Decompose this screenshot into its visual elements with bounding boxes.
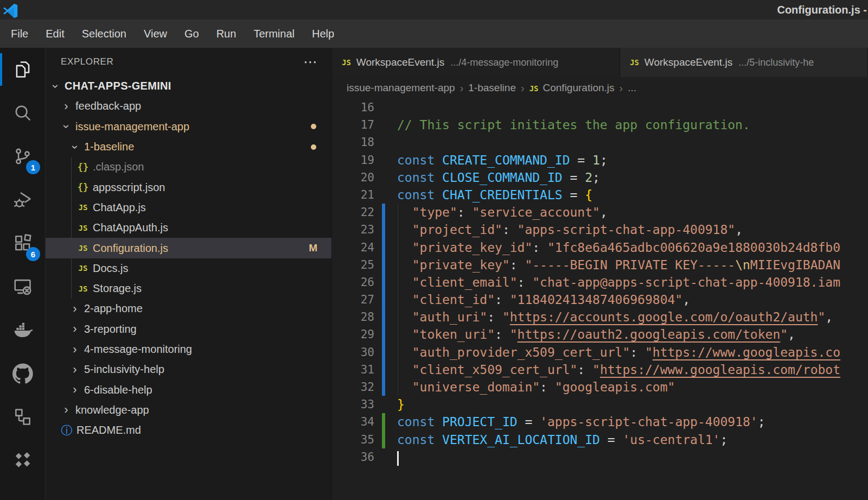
- js-icon: JS: [76, 224, 90, 232]
- line-number: 31: [332, 361, 374, 378]
- tree-row-2-app-home[interactable]: ›2-app-home: [46, 299, 331, 319]
- activity-item-remote-explorer[interactable]: [0, 265, 45, 308]
- code-line-36: 36: [332, 448, 868, 466]
- menu-item-file[interactable]: File: [2, 20, 37, 48]
- breadcrumb-label: issue-management-app: [347, 82, 455, 93]
- search-icon: [12, 103, 33, 123]
- tree-row-chat-apps-gemini[interactable]: ›CHAT-APPS-GEMINI: [46, 76, 331, 96]
- gutter: [382, 169, 385, 186]
- tree-row--clasp-json[interactable]: {}.clasp.json: [46, 157, 331, 177]
- activity-item-explorer[interactable]: [0, 48, 45, 91]
- token-op: :: [495, 327, 510, 341]
- files-icon: [12, 59, 33, 80]
- tree-item-label: Docs.js: [93, 262, 129, 275]
- activity-item-gemini[interactable]: [0, 439, 45, 482]
- code-text: "client_x509_cert_url": "https://www.goo…: [397, 361, 840, 378]
- token-op: [435, 188, 442, 202]
- token-op: =: [518, 415, 540, 429]
- tree-row-appsscript-json[interactable]: {}appsscript.json: [46, 177, 331, 197]
- token-url: https://oauth2.googleapis.com/token: [518, 327, 781, 341]
- menu-item-go[interactable]: Go: [176, 20, 208, 48]
- code-text: "client_email": "chat-app@apps-script-ch…: [397, 274, 840, 291]
- tab-label: WorkspaceEvent.js: [644, 56, 732, 68]
- code-area[interactable]: 1617// This script initiates the app con…: [332, 99, 868, 500]
- code-text: const VERTEX_AI_LOCATION_ID = 'us-centra…: [397, 431, 727, 448]
- line-number: 18: [332, 134, 374, 151]
- menu-item-view[interactable]: View: [135, 20, 176, 48]
- activity-item-docker[interactable]: [0, 308, 45, 352]
- tree-row-5-inclusivity-help[interactable]: ›5-inclusivity-help: [46, 359, 331, 379]
- menu-item-run[interactable]: Run: [208, 20, 245, 48]
- token-str: "private_key": [397, 258, 510, 272]
- breadcrumb-item-issue-management-app[interactable]: issue-management-app: [347, 82, 455, 94]
- token-op: :: [502, 223, 518, 237]
- tree-item-label: .clasp.json: [93, 161, 144, 173]
- tree-row-3-reporting[interactable]: ›3-reporting: [46, 319, 331, 339]
- tab-2[interactable]: JSWorkspaceEvent.js.../5-inclusivity-he: [620, 48, 868, 77]
- code-text: "private_key_id": "1fc8e6a465adbc006620a…: [397, 239, 840, 256]
- code-line-16: 16: [332, 99, 868, 116]
- gutter-added-indicator: [382, 431, 385, 448]
- token-str: "googleapis.com": [555, 380, 675, 394]
- tab-1[interactable]: JSWorkspaceEvent.js.../4-message-monitor…: [332, 48, 620, 77]
- menu-item-terminal[interactable]: Terminal: [245, 20, 303, 48]
- tree-row-issue-management-app[interactable]: ›issue-management-app: [46, 117, 331, 137]
- code-text: "auth_provider_x509_cert_url": "https://…: [397, 344, 840, 361]
- tree-row-docs-js[interactable]: JSDocs.js: [46, 258, 331, 279]
- menu-item-selection[interactable]: Selection: [73, 20, 135, 48]
- tree-row-6-disable-help[interactable]: ›6-disable-help: [46, 379, 331, 400]
- more-actions-icon[interactable]: ⋯: [303, 59, 317, 65]
- activity-item-github[interactable]: [0, 352, 45, 395]
- breadcrumb-item-configuration-js[interactable]: JSConfiguration.js: [529, 82, 615, 94]
- token-str: MIIEvgIBADAN: [750, 258, 840, 272]
- tree-row-storage-js[interactable]: JSStorage.js: [46, 279, 331, 299]
- line-number: 24: [332, 239, 374, 256]
- tree-item-label: issue-management-app: [75, 121, 189, 133]
- git-modified-dot: [311, 144, 316, 150]
- breadcrumb-item--[interactable]: ...: [628, 82, 636, 94]
- breadcrumb-item-1-baseline[interactable]: 1-baseline: [468, 82, 516, 94]
- token-op: ;: [758, 415, 765, 429]
- activity-item-search[interactable]: [0, 91, 45, 135]
- gutter: [382, 186, 385, 204]
- tree-item-label: knowledge-app: [75, 404, 149, 416]
- info-icon: ⓘ: [60, 423, 74, 438]
- menu-item-edit[interactable]: Edit: [37, 20, 73, 48]
- gutter-modified-indicator: [382, 221, 385, 238]
- code-line-22: 22 "type": "service_account",: [332, 204, 868, 221]
- token-str: ": [510, 327, 518, 341]
- tree-row-chatappauth-js[interactable]: JSChatAppAuth.js: [46, 218, 331, 238]
- token-url: https://www.googleapis.com/robot: [600, 363, 840, 377]
- gutter-modified-indicator: [382, 239, 385, 256]
- menu-item-help[interactable]: Help: [303, 20, 343, 48]
- token-str: "universe_domain": [397, 380, 540, 394]
- code-text: "token_uri": "https://oauth2.googleapis.…: [397, 326, 795, 343]
- token-str: "apps-script-chat-app-400918": [518, 223, 736, 237]
- token-cn: CREATE_COMMAND_ID: [442, 153, 570, 167]
- token-cm: // This script initiates the app configu…: [397, 118, 750, 132]
- tree-row-1-baseline[interactable]: ›1-baseline: [46, 137, 331, 157]
- activity-item-source-control[interactable]: 1: [0, 135, 45, 178]
- line-number: 20: [332, 169, 374, 186]
- token-op: ;: [720, 433, 727, 447]
- activity-item-project-manager[interactable]: [0, 395, 45, 439]
- activity-item-run-debug[interactable]: [0, 178, 45, 221]
- line-number: 36: [332, 448, 374, 466]
- gutter: [382, 99, 385, 116]
- tree-item-label: 6-disable-help: [84, 384, 152, 396]
- breadcrumb-separator-icon: ›: [460, 82, 464, 94]
- tree-row-feedback-app[interactable]: ›feedback-app: [46, 96, 331, 116]
- tree-row-4-message-monitoring[interactable]: ›4-message-monitoring: [46, 339, 331, 359]
- token-op: =: [563, 170, 585, 185]
- token-op: [435, 415, 442, 429]
- explorer-title: EXPLORER: [61, 56, 113, 67]
- tree-row-readme-md[interactable]: ⓘREADME.md: [46, 420, 331, 440]
- activity-item-extensions[interactable]: 6: [0, 221, 45, 265]
- code-line-30: 30 "auth_provider_x509_cert_url": "https…: [332, 344, 868, 361]
- tree-row-configuration-js[interactable]: JSConfiguration.jsM: [46, 238, 331, 258]
- line-number: 22: [332, 204, 374, 221]
- token-str: "-----BEGIN PRIVATE KEY-----: [525, 258, 735, 272]
- tree-row-knowledge-app[interactable]: ›knowledge-app: [46, 400, 331, 420]
- tree-row-chatapp-js[interactable]: JSChatApp.js: [46, 198, 331, 218]
- code-line-29: 29 "token_uri": "https://oauth2.googleap…: [332, 326, 868, 343]
